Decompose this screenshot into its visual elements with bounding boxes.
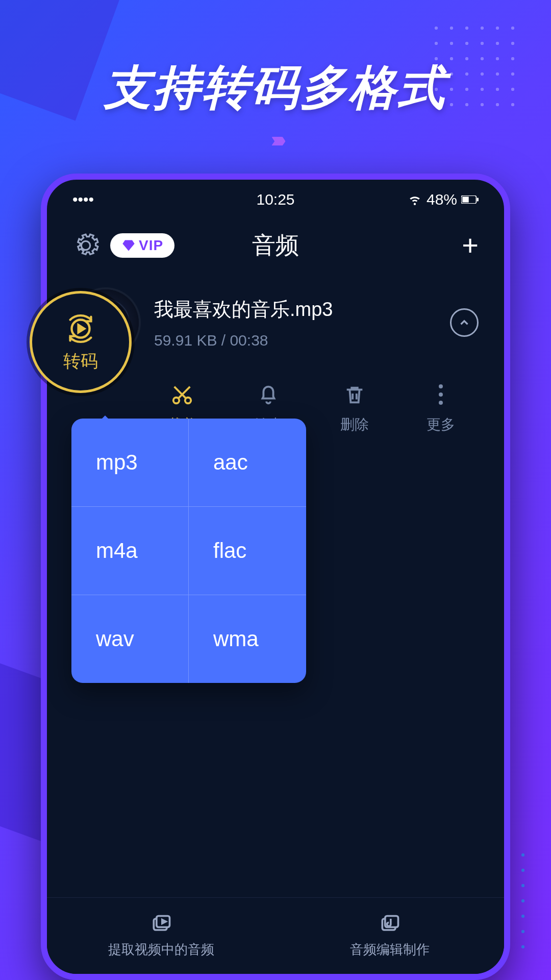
format-popover: mp3 aac m4a flac wav wma	[71, 419, 306, 683]
transcode-highlight[interactable]: 转码	[30, 291, 132, 393]
more-action[interactable]: 更多	[427, 381, 455, 434]
transcode-icon	[63, 311, 98, 347]
settings-icon[interactable]	[72, 232, 99, 259]
diamond-icon	[121, 238, 136, 253]
collapse-button[interactable]	[450, 308, 479, 337]
status-bar: •••• 10:25 48%	[47, 180, 504, 213]
file-meta: 59.91 KB / 00:38	[154, 332, 450, 349]
add-button[interactable]: +	[462, 229, 479, 262]
vip-label: VIP	[139, 237, 163, 254]
format-option-wma[interactable]: wma	[189, 595, 306, 683]
wifi-icon	[407, 193, 422, 206]
nav-extract-audio[interactable]: 提取视频中的音频	[47, 898, 276, 974]
signal-icon: ••••	[72, 191, 94, 208]
more-icon	[439, 384, 443, 405]
transcode-label: 转码	[63, 350, 98, 373]
video-extract-icon	[150, 913, 172, 936]
nav-extract-label: 提取视频中的音频	[108, 941, 214, 959]
scissors-icon	[170, 383, 194, 406]
delete-label: 删除	[340, 415, 369, 434]
format-option-mp3[interactable]: mp3	[71, 419, 189, 507]
audio-edit-icon	[379, 913, 401, 936]
svg-rect-1	[462, 197, 468, 202]
more-label: 更多	[427, 415, 455, 434]
battery-icon	[461, 195, 479, 204]
format-option-flac[interactable]: flac	[189, 507, 306, 595]
format-option-aac[interactable]: aac	[189, 419, 306, 507]
chevron-up-icon	[458, 316, 471, 329]
nav-edit-audio[interactable]: 音频编辑制作	[276, 898, 504, 974]
bell-icon	[257, 383, 280, 406]
vip-badge[interactable]: VIP	[110, 233, 174, 258]
nav-edit-label: 音频编辑制作	[350, 941, 430, 959]
file-name: 我最喜欢的音乐.mp3	[154, 297, 450, 323]
format-option-wav[interactable]: wav	[71, 595, 189, 683]
app-bar: VIP 音频 +	[47, 213, 504, 272]
headline: 支持转码多格式	[0, 56, 551, 119]
bottom-nav: 提取视频中的音频 音频编辑制作	[47, 897, 504, 974]
trash-icon	[343, 383, 366, 406]
delete-action[interactable]: 删除	[340, 381, 369, 434]
format-option-m4a[interactable]: m4a	[71, 507, 189, 595]
chevrons-decoration: ›››››››››	[0, 128, 551, 152]
battery-level: 48%	[427, 191, 457, 208]
svg-rect-2	[477, 198, 479, 202]
